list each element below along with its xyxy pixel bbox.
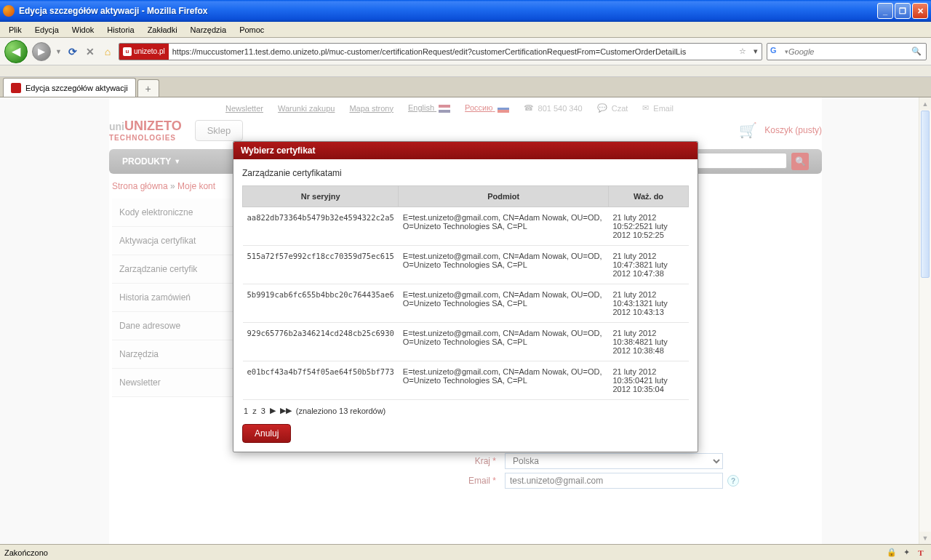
google-icon[interactable]: G [770, 46, 782, 57]
tab-active[interactable]: Edycja szczegółów aktywacji [3, 78, 136, 97]
table-row[interactable]: e01bcf43a4b7f54f05ae64f50b5bf773E=test.u… [243, 361, 689, 400]
url-input[interactable] [169, 47, 735, 56]
firefox-icon [3, 5, 15, 17]
menu-history[interactable]: Historia [101, 24, 140, 36]
pager: 1 z 3 ▶ ▶▶ (znaleziono 13 rekordów) [242, 400, 689, 421]
site-identity[interactable]: u unizeto.pl [119, 44, 169, 60]
reload-button[interactable]: ⟳ [66, 45, 79, 58]
search-input[interactable] [788, 47, 907, 56]
pager-found: (znaleziono 13 rekordów) [296, 407, 386, 415]
th-serial: Nr seryjny [243, 186, 399, 207]
cell-subject: E=test.unizeto@gmail.com, CN=Adam Nowak,… [399, 246, 609, 284]
stop-button[interactable]: ✕ [84, 45, 97, 58]
modal-title: Wybierz certyfikat [233, 142, 698, 159]
pager-current: 1 [244, 407, 248, 415]
minimize-button[interactable]: _ [877, 3, 893, 19]
menu-file[interactable]: Plik [3, 24, 28, 36]
cell-valid: 21 luty 2012 10:52:2521 luty 2012 10:52:… [609, 207, 689, 246]
search-icon[interactable]: 🔍 [907, 47, 926, 56]
toolbar-strip [0, 65, 931, 77]
th-subject: Podmiot [399, 186, 609, 207]
cell-serial: 515a72f57e992cf18cc70359d75ec615 [243, 246, 399, 284]
window-title: Edycja szczegółów aktywacji - Mozilla Fi… [19, 6, 877, 16]
table-row[interactable]: 929c65776b2a346214cd248cb25c6930E=test.u… [243, 323, 689, 361]
cell-serial: 929c65776b2a346214cd248cb25c6930 [243, 323, 399, 361]
url-bar[interactable]: u unizeto.pl ☆ ▾ [119, 43, 762, 60]
forward-button[interactable]: ▶ [32, 42, 51, 61]
new-tab-button[interactable]: + [137, 79, 159, 97]
cancel-button[interactable]: Anuluj [242, 424, 291, 443]
search-bar[interactable]: G ▾ 🔍 [767, 43, 927, 60]
cell-valid: 21 luty 2012 10:35:0421 luty 2012 10:35:… [609, 361, 689, 400]
cell-serial: 5b9919cab6fc655b4bbc20c764435ae6 [243, 284, 399, 323]
cell-serial: e01bcf43a4b7f54f05ae64f50b5bf773 [243, 361, 399, 400]
table-row[interactable]: 5b9919cab6fc655b4bbc20c764435ae6E=test.u… [243, 284, 689, 323]
menu-edit[interactable]: Edycja [29, 24, 65, 36]
menu-bar: Plik Edycja Widok Historia Zakładki Narz… [0, 22, 931, 38]
th-valid: Waż. do [609, 186, 689, 207]
url-dropdown-icon[interactable]: ▾ [750, 47, 762, 56]
tab-title: Edycja szczegółów aktywacji [25, 84, 128, 92]
pager-sep: z [252, 407, 257, 415]
pager-next-icon[interactable]: ▶ [270, 406, 276, 415]
site-identity-label: unizeto.pl [134, 47, 165, 55]
certificate-table: Nr seryjny Podmiot Waż. do aa822db73364b… [242, 185, 689, 400]
tab-favicon-icon [11, 83, 21, 93]
menu-tools[interactable]: Narzędzia [185, 24, 233, 36]
content-viewport: Newsletter Warunki zakupu Mapa strony En… [0, 97, 931, 544]
cell-subject: E=test.unizeto@gmail.com, CN=Adam Nowak,… [399, 284, 609, 323]
close-button[interactable]: ✕ [912, 3, 928, 19]
pager-total: 3 [261, 407, 265, 415]
favicon-icon: u [123, 47, 132, 56]
table-row[interactable]: 515a72f57e992cf18cc70359d75ec615E=test.u… [243, 246, 689, 284]
cell-subject: E=test.unizeto@gmail.com, CN=Adam Nowak,… [399, 361, 609, 400]
cell-subject: E=test.unizeto@gmail.com, CN=Adam Nowak,… [399, 207, 609, 246]
cell-valid: 21 luty 2012 10:43:1321 luty 2012 10:43:… [609, 284, 689, 323]
cell-subject: E=test.unizeto@gmail.com, CN=Adam Nowak,… [399, 323, 609, 361]
pager-last-icon[interactable]: ▶▶ [280, 406, 292, 415]
maximize-button[interactable]: ❐ [895, 3, 911, 19]
cell-valid: 21 luty 2012 10:38:4821 luty 2012 10:38:… [609, 323, 689, 361]
tab-bar: Edycja szczegółów aktywacji + [0, 77, 931, 97]
window-titlebar: Edycja szczegółów aktywacji - Mozilla Fi… [0, 0, 931, 22]
certificate-modal: Wybierz certyfikat Zarządzanie certyfika… [233, 141, 698, 452]
menu-bookmarks[interactable]: Zakładki [142, 24, 183, 36]
menu-help[interactable]: Pomoc [233, 24, 270, 36]
menu-view[interactable]: Widok [66, 24, 100, 36]
browser-toolbar: ◀ ▶ ▼ ⟳ ✕ ⌂ u unizeto.pl ☆ ▾ G ▾ 🔍 [0, 38, 931, 65]
back-button[interactable]: ◀ [4, 40, 28, 63]
modal-subtitle: Zarządzanie certyfikatami [242, 168, 689, 178]
bookmark-star-icon[interactable]: ☆ [735, 47, 750, 56]
cell-valid: 21 luty 2012 10:47:3821 luty 2012 10:47:… [609, 246, 689, 284]
home-button[interactable]: ⌂ [101, 45, 114, 58]
cell-serial: aa822db73364b5479b32e4594322c2a5 [243, 207, 399, 246]
table-row[interactable]: aa822db73364b5479b32e4594322c2a5E=test.u… [243, 207, 689, 246]
